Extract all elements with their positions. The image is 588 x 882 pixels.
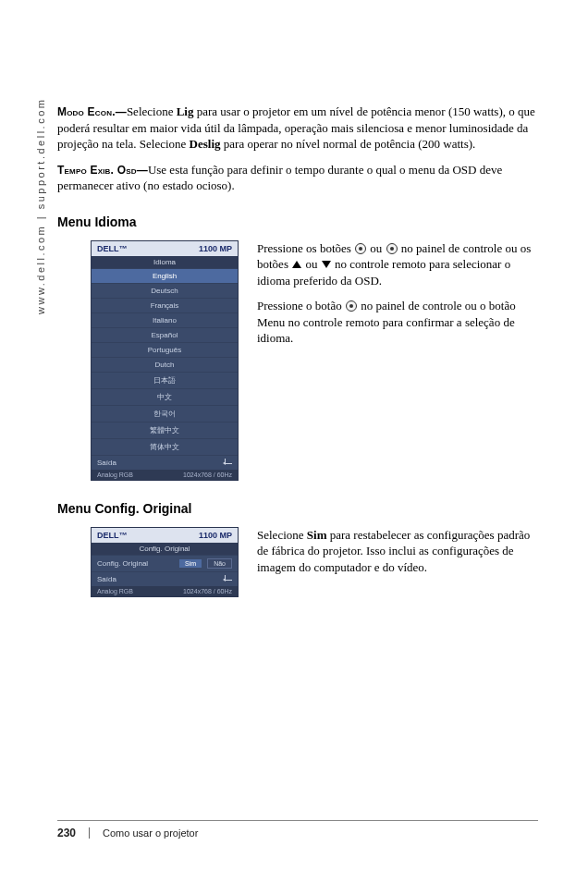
osd-item: 简体中文 xyxy=(92,438,238,455)
bold-sim: Sim xyxy=(307,528,327,542)
osd-no-option: Não xyxy=(207,558,232,569)
osd-item: Français xyxy=(92,298,238,312)
osd-option-row: Config. Original Sim Não xyxy=(92,555,238,571)
osd-footer-right: 1024x768 / 60Hz xyxy=(183,588,232,594)
footer-rule xyxy=(57,820,538,821)
bold-lig: Lig xyxy=(177,104,194,118)
osd-item: Dutch xyxy=(92,357,238,372)
text: Selecione xyxy=(127,104,177,118)
osd-brand: DELL™ xyxy=(97,244,128,253)
main-content: Modo Econ.—Selecione Lig para usar o pro… xyxy=(57,104,538,606)
osd-exit-row: Saída xyxy=(92,571,238,586)
osd-titlebar: DELL™ 1100 MP xyxy=(92,528,238,543)
side-url: www.dell.com | support.dell.com xyxy=(35,98,46,314)
heading-menu-idioma: Menu Idioma xyxy=(57,214,538,229)
osd-footer-right: 1024x768 / 60Hz xyxy=(183,472,232,478)
return-icon xyxy=(225,575,232,581)
triangle-down-icon xyxy=(322,261,331,268)
text: Selecione xyxy=(257,528,307,542)
osd-footer-left: Analog RGB xyxy=(97,472,133,478)
text: Pressione os botões xyxy=(257,241,354,255)
footer-title: Como usar o projetor xyxy=(103,827,198,839)
osd-item: 한국어 xyxy=(92,405,238,422)
para-config: Selecione Sim para restabelecer as confi… xyxy=(257,527,538,576)
osd-footer-left: Analog RGB xyxy=(97,588,133,594)
osd-item: Deutsch xyxy=(92,283,238,298)
config-description: Selecione Sim para restabelecer as confi… xyxy=(257,527,538,585)
osd-item: 中文 xyxy=(92,388,238,405)
text: para operar no nível normal de potência … xyxy=(221,137,476,151)
osd-brand: DELL™ xyxy=(97,531,128,540)
osd-model: 1100 MP xyxy=(199,531,232,540)
osd-item: Español xyxy=(92,327,238,342)
circle-button-icon xyxy=(386,243,398,254)
osd-screenshot-idioma: DELL™ 1100 MP Idioma English Deutsch Fra… xyxy=(91,240,239,481)
osd-item: 日本語 xyxy=(92,372,238,388)
osd-item: Italiano xyxy=(92,312,238,327)
text: Pressione o botão xyxy=(257,299,345,312)
page-number: 230 xyxy=(57,827,76,839)
para-modo-econ: Modo Econ.—Selecione Lig para usar o pro… xyxy=(57,104,538,153)
footer-divider xyxy=(89,827,90,839)
osd-titlebar: DELL™ 1100 MP xyxy=(92,241,238,256)
label-tempo-exib: Tempo Exib. Osd— xyxy=(57,164,148,177)
para-idioma-1: Pressione os botões ou no painel de cont… xyxy=(257,240,538,289)
para-idioma-2: Pressione o botão no painel de controle … xyxy=(257,298,538,347)
osd-item: English xyxy=(92,268,238,283)
osd-exit-label: Saída xyxy=(97,575,116,583)
osd-item: Português xyxy=(92,342,238,357)
text: ou xyxy=(302,257,321,271)
para-tempo-exib: Tempo Exib. Osd—Use esta função para def… xyxy=(57,162,538,194)
text: ou xyxy=(367,241,386,255)
circle-button-icon xyxy=(355,243,366,254)
osd-footer: Analog RGB 1024x768 / 60Hz xyxy=(92,470,238,480)
triangle-up-icon xyxy=(292,261,301,268)
bold-deslig: Deslig xyxy=(190,137,221,151)
osd-footer: Analog RGB 1024x768 / 60Hz xyxy=(92,586,238,596)
osd-section-label: Config. Original xyxy=(92,543,238,555)
return-icon xyxy=(225,459,232,464)
osd-exit-row: Saída xyxy=(92,455,238,470)
osd-yes-option: Sim xyxy=(179,559,202,568)
idioma-description: Pressione os botões ou no painel de cont… xyxy=(257,240,538,356)
osd-screenshot-config: DELL™ 1100 MP Config. Original Config. O… xyxy=(91,527,239,597)
heading-menu-config: Menu Config. Original xyxy=(57,501,538,516)
row-idioma: DELL™ 1100 MP Idioma English Deutsch Fra… xyxy=(91,240,538,481)
row-config: DELL™ 1100 MP Config. Original Config. O… xyxy=(91,527,538,597)
label-modo-econ: Modo Econ.— xyxy=(57,105,127,118)
osd-model: 1100 MP xyxy=(199,244,232,253)
osd-exit-label: Saída xyxy=(97,459,116,467)
osd-section-label: Idioma xyxy=(92,256,238,268)
osd-item: 繁體中文 xyxy=(92,422,238,438)
osd-option-label: Config. Original xyxy=(97,559,174,568)
page-footer: 230 Como usar o projetor xyxy=(57,827,198,839)
circle-button-icon xyxy=(346,300,357,312)
